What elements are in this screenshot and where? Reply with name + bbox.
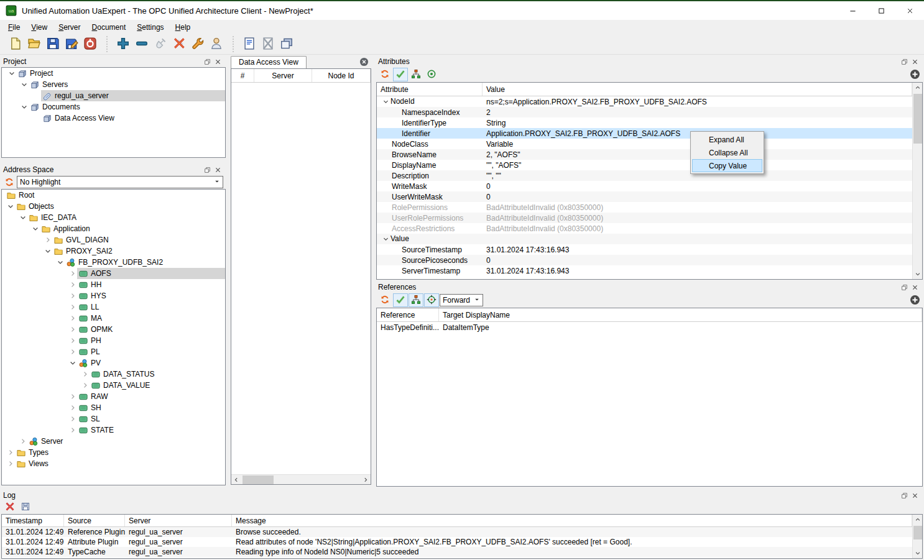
remove-document-button[interactable] [259,35,277,53]
expander-closed-icon[interactable] [6,459,16,469]
expander-open-icon[interactable] [381,234,390,244]
float-panel-button[interactable] [202,57,213,67]
hierarchy-button[interactable] [409,293,423,307]
scroll-down-arrow[interactable] [913,548,923,558]
tree-item-project[interactable]: Project [2,68,225,79]
column-header-target-displayname[interactable]: Target DisplayName [439,308,922,321]
expander-closed-icon[interactable] [68,403,78,413]
scroll-up-arrow[interactable] [913,83,923,93]
highlight-filter-combo[interactable]: No Highlight [17,176,223,188]
disconnect-button[interactable] [170,35,188,53]
column-header--[interactable]: # [231,69,254,82]
tree-item-sh[interactable]: SH [2,402,225,413]
expander-open-icon[interactable] [43,246,53,256]
add-server-button[interactable] [114,35,132,53]
tab-data-access-view[interactable]: Data Access View [231,56,307,68]
attribute-row-rolepermissions[interactable]: RolePermissionsBadAttributeIdInvalid (0x… [377,202,912,213]
attribute-row-identifier[interactable]: IdentifierApplication.PROXY_SAI2.FB_PROX… [377,128,912,139]
tree-item-gvl_diagn[interactable]: GVL_DIAGN [2,234,225,246]
scroll-up-arrow[interactable] [913,515,923,525]
horizontal-scrollbar[interactable] [231,474,371,484]
minimize-button[interactable] [838,2,867,19]
tree-item-ma[interactable]: MA [2,313,225,324]
menu-server[interactable]: Server [53,21,86,34]
tree-item-opmk[interactable]: OPMK [2,324,225,335]
close-panel-button[interactable] [910,283,920,292]
expander-open-icon[interactable] [68,358,78,368]
tree-item-pv[interactable]: PV [2,357,225,369]
context-menu-item-collapse-all[interactable]: Collapse All [692,146,762,159]
maximize-button[interactable] [867,2,895,19]
scroll-left-arrow[interactable] [231,475,241,485]
float-panel-button[interactable] [899,491,910,500]
expander-closed-icon[interactable] [68,291,78,301]
attribute-row-nodeid[interactable]: NodeIdns=2;s=Application.PROXY_SAI2.FB_P… [377,96,912,107]
expander-closed-icon[interactable] [68,347,78,357]
tree-item-servers[interactable]: Servers [2,79,225,90]
user-button[interactable] [207,35,226,53]
attribute-row-nodeclass[interactable]: NodeClassVariable [377,139,912,149]
attribute-row-accessrestrictions[interactable]: AccessRestrictionsBadAttributeIdInvalid … [377,223,912,234]
tree-item-documents[interactable]: Documents [2,101,225,112]
tree-item-state[interactable]: STATE [2,425,225,436]
save-as-button[interactable] [62,35,81,53]
column-header-value[interactable]: Value [483,83,912,96]
column-header-server[interactable]: Server [254,69,312,82]
expander-closed-icon[interactable] [68,280,78,290]
vertical-scrollbar[interactable] [912,515,922,558]
expander-open-icon[interactable] [19,80,29,90]
quit-button[interactable] [81,35,99,53]
expander-closed-icon[interactable] [68,392,78,402]
context-menu-item-copy-value[interactable]: Copy Value [692,159,762,172]
check-button[interactable] [393,293,408,307]
scroll-thumb[interactable] [243,475,274,484]
expander-closed-icon[interactable] [68,425,78,435]
tree-item-data access view[interactable]: Data Access View [2,112,225,124]
tree-item-hys[interactable]: HYS [2,290,225,301]
close-panel-button[interactable] [213,57,223,67]
float-panel-button[interactable] [899,283,910,292]
hierarchy-button[interactable] [409,68,423,81]
expander-closed-icon[interactable] [43,235,53,245]
attribute-row-identifiertype[interactable]: IdentifierTypeString [377,117,912,128]
save-log-button[interactable] [18,501,33,515]
column-header-timestamp[interactable]: Timestamp [2,515,64,526]
menu-settings[interactable]: Settings [131,21,169,34]
new-file-button[interactable] [6,35,25,53]
expander-closed-icon[interactable] [68,324,78,334]
refresh-button[interactable] [2,175,16,189]
target-button[interactable] [424,68,439,81]
attribute-row-value[interactable]: Value [377,234,912,244]
expander-closed-icon[interactable] [68,336,78,346]
scroll-right-arrow[interactable] [361,475,371,485]
tree-item-root[interactable]: Root [2,190,225,201]
expander-open-icon[interactable] [19,102,29,112]
refresh-button[interactable] [377,68,392,81]
menu-view[interactable]: View [25,21,53,34]
vertical-scrollbar[interactable] [912,83,922,279]
target-move-button[interactable] [424,293,439,307]
reference-row[interactable]: HasTypeDefiniti...DataItemType [377,322,922,333]
close-panel-button[interactable] [910,57,920,67]
connect-button[interactable] [151,35,170,53]
tree-item-pl[interactable]: PL [2,346,225,357]
tree-item-server[interactable]: Server [2,436,225,447]
menu-help[interactable]: Help [170,21,196,34]
tree-item-objects[interactable]: Objects [2,201,225,212]
scroll-thumb[interactable] [913,94,922,144]
tree-item-fb_proxy_udfb_sai2[interactable]: FB_PROXY_UDFB_SAI2 [2,257,225,268]
expander-closed-icon[interactable] [68,269,78,278]
column-header-node-id[interactable]: Node Id [312,69,371,82]
open-folder-button[interactable] [25,35,44,53]
expander-open-icon[interactable] [55,257,65,267]
expander-closed-icon[interactable] [6,448,16,457]
cascade-windows-button[interactable] [277,35,296,53]
tree-item-application[interactable]: Application [2,223,225,234]
add-document-button[interactable] [240,35,259,53]
expander-open-icon[interactable] [18,213,28,223]
add-custom-reference-button[interactable] [910,295,920,307]
expander-open-icon[interactable] [7,68,17,78]
close-panel-button[interactable] [910,491,920,500]
tree-item-aofs[interactable]: AOFS [2,268,225,279]
menu-file[interactable]: File [2,21,25,34]
